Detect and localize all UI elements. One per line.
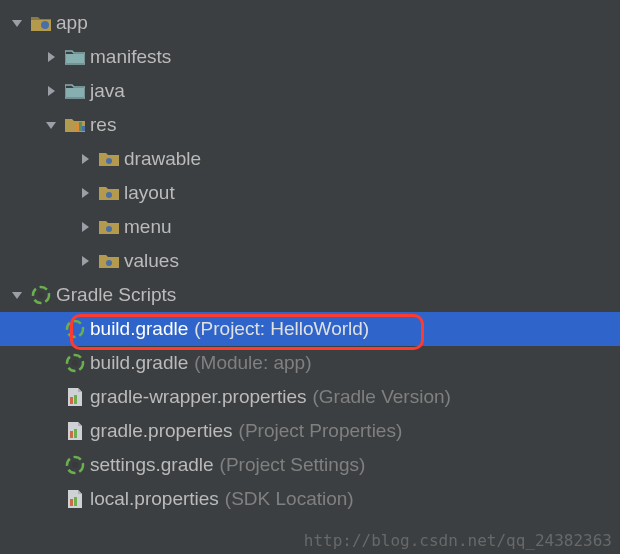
tree-label: app: [56, 12, 88, 34]
tree-item-drawable[interactable]: drawable: [0, 142, 620, 176]
svg-point-22: [72, 462, 78, 468]
svg-point-9: [106, 226, 112, 232]
svg-rect-24: [74, 497, 77, 506]
properties-file-icon: [64, 488, 86, 510]
tree-item-gradle-scripts[interactable]: Gradle Scripts: [0, 278, 620, 312]
tree-label: build.gradle: [90, 352, 188, 374]
tree-label: drawable: [124, 148, 201, 170]
tree-item-manifests[interactable]: manifests: [0, 40, 620, 74]
tree-label: Gradle Scripts: [56, 284, 176, 306]
project-tree: app manifests java res: [0, 0, 620, 516]
tree-item-values[interactable]: values: [0, 244, 620, 278]
tree-suffix: (Project Properties): [239, 420, 403, 442]
tree-item-res[interactable]: res: [0, 108, 620, 142]
chevron-down-icon[interactable]: [42, 119, 60, 131]
folder-icon: [64, 46, 86, 68]
tree-label: java: [90, 80, 125, 102]
chevron-down-icon[interactable]: [8, 17, 26, 29]
tree-item-menu[interactable]: menu: [0, 210, 620, 244]
svg-rect-20: [74, 429, 77, 438]
svg-point-1: [41, 21, 49, 29]
svg-point-10: [106, 260, 112, 266]
svg-point-7: [106, 158, 112, 164]
tree-item-build-gradle-module[interactable]: build.gradle (Module: app): [0, 346, 620, 380]
chevron-right-icon[interactable]: [76, 153, 94, 165]
tree-item-gradle-wrapper-properties[interactable]: gradle-wrapper.properties (Gradle Versio…: [0, 380, 620, 414]
tree-item-local-properties[interactable]: local.properties (SDK Location): [0, 482, 620, 516]
tree-label: layout: [124, 182, 175, 204]
tree-suffix: (Project: HelloWorld): [194, 318, 369, 340]
resource-folder-icon: [98, 148, 120, 170]
resource-folder-icon: [98, 250, 120, 272]
resources-folder-icon: [64, 114, 86, 136]
chevron-right-icon[interactable]: [42, 51, 60, 63]
tree-suffix: (Gradle Version): [313, 386, 451, 408]
svg-rect-17: [70, 397, 73, 404]
tree-suffix: (SDK Location): [225, 488, 354, 510]
tree-label: build.gradle: [90, 318, 188, 340]
tree-label: gradle.properties: [90, 420, 233, 442]
tree-label: res: [90, 114, 116, 136]
svg-point-12: [38, 292, 44, 298]
tree-suffix: (Project Settings): [220, 454, 366, 476]
svg-rect-4: [76, 124, 79, 131]
tree-item-settings-gradle[interactable]: settings.gradle (Project Settings): [0, 448, 620, 482]
svg-point-8: [106, 192, 112, 198]
svg-rect-19: [70, 431, 73, 438]
chevron-right-icon[interactable]: [76, 255, 94, 267]
tree-item-build-gradle-project[interactable]: build.gradle (Project: HelloWorld): [0, 312, 620, 346]
tree-label: menu: [124, 216, 172, 238]
svg-rect-6: [82, 126, 85, 131]
tree-label: settings.gradle: [90, 454, 214, 476]
svg-rect-18: [74, 395, 77, 404]
tree-item-gradle-properties[interactable]: gradle.properties (Project Properties): [0, 414, 620, 448]
tree-label: manifests: [90, 46, 171, 68]
properties-file-icon: [64, 386, 86, 408]
svg-point-14: [72, 326, 78, 332]
chevron-right-icon[interactable]: [42, 85, 60, 97]
chevron-right-icon[interactable]: [76, 221, 94, 233]
tree-item-app[interactable]: app: [0, 6, 620, 40]
svg-rect-2: [66, 54, 84, 63]
tree-suffix: (Module: app): [194, 352, 311, 374]
gradle-icon: [64, 454, 86, 476]
module-folder-icon: [30, 12, 52, 34]
gradle-icon: [30, 284, 52, 306]
chevron-right-icon[interactable]: [76, 187, 94, 199]
tree-label: values: [124, 250, 179, 272]
svg-rect-23: [70, 499, 73, 506]
svg-rect-3: [66, 88, 84, 97]
resource-folder-icon: [98, 182, 120, 204]
gradle-icon: [64, 352, 86, 374]
tree-label: local.properties: [90, 488, 219, 510]
tree-label: gradle-wrapper.properties: [90, 386, 307, 408]
tree-item-layout[interactable]: layout: [0, 176, 620, 210]
svg-rect-5: [79, 122, 82, 131]
resource-folder-icon: [98, 216, 120, 238]
gradle-icon: [64, 318, 86, 340]
folder-icon: [64, 80, 86, 102]
properties-file-icon: [64, 420, 86, 442]
chevron-down-icon[interactable]: [8, 289, 26, 301]
watermark: http://blog.csdn.net/qq_24382363: [304, 531, 612, 550]
tree-item-java[interactable]: java: [0, 74, 620, 108]
svg-point-16: [72, 360, 78, 366]
